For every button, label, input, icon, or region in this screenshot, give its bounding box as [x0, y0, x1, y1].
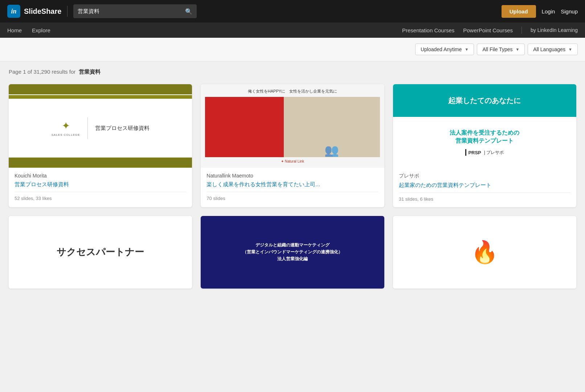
- results-summary: Page 1 of 31,290 results for 営業資料: [9, 69, 576, 75]
- card-1-thumbnail: ✦ SALES COLLEGE 営業プロセス研修資料: [9, 84, 192, 168]
- card-2[interactable]: 俺く女性をHAPPYに 女性を活かし企業を元気に 👥 ✦ Natural Lin…: [201, 84, 384, 207]
- card-3[interactable]: 起業したてのあなたに 法人案件を受注するための営業資料テンプレート PRSP |…: [393, 84, 576, 207]
- sales-college-text: SALES COLLEGE: [52, 133, 80, 136]
- nav-divider: [521, 26, 522, 34]
- card-2-title[interactable]: 楽しく成果を作れる女性営業を育てたい上司...: [206, 181, 378, 188]
- nav-powerpoint-courses[interactable]: PowerPoint Courses: [463, 24, 513, 37]
- nav-by-linkedin: by LinkedIn Learning: [531, 27, 578, 33]
- card-5-thumbnail: デジタルと組織の連動マーケティング（営業とインバウンドマーケティングの連携強化）…: [201, 216, 384, 289]
- card-1-title[interactable]: 営業プロセス研修資料: [15, 181, 186, 188]
- chevron-down-icon: ▼: [465, 47, 469, 52]
- card-3-author: プレサポ: [399, 173, 570, 179]
- thumb-3-bottom: 法人案件を受注するための営業資料テンプレート PRSP | プレサポ: [393, 117, 576, 168]
- chevron-down-icon: ▼: [568, 47, 572, 52]
- card-1-meta: 52 slides, 33 likes: [15, 196, 52, 201]
- thumb-2-scene: 👥: [284, 97, 380, 157]
- nav-presentation-courses[interactable]: Presentation Courses: [402, 24, 454, 37]
- card-3-thumbnail: 起業したてのあなたに 法人案件を受注するための営業資料テンプレート PRSP |…: [393, 84, 576, 168]
- card-3-title[interactable]: 起業家のための営業資料テンプレート: [399, 181, 570, 189]
- thumb-3-logos: PRSP | プレサポ: [465, 149, 504, 156]
- card-3-divider: [399, 192, 570, 193]
- people-icon: 👥: [324, 143, 339, 157]
- thumb-1-bottom-bar: [9, 158, 192, 168]
- card-2-divider: [206, 192, 378, 192]
- card-1-info: Kouichi Morita 営業プロセス研修資料 52 slides, 33 …: [9, 168, 192, 207]
- card-4[interactable]: サクセスパートナー: [9, 216, 192, 289]
- sales-college-logo: ✦ SALES COLLEGE: [52, 120, 80, 136]
- site-header: in SlideShare 🔍 Upload Login Signup: [0, 0, 585, 23]
- card-1[interactable]: ✦ SALES COLLEGE 営業プロセス研修資料 Kouichi Morit…: [9, 84, 192, 207]
- thumb-2-header-text: 俺く女性をHAPPYに 女性を活かし企業を元気に: [248, 89, 337, 94]
- card-4-thumbnail: サクセスパートナー: [9, 216, 192, 289]
- logo-area[interactable]: in SlideShare: [7, 5, 61, 18]
- uploaded-anytime-filter[interactable]: Uploaded Anytime ▼: [415, 44, 474, 55]
- card-6[interactable]: 🔥: [393, 216, 576, 289]
- nav-right: Presentation Courses PowerPoint Courses …: [402, 24, 578, 37]
- thumb-1: ✦ SALES COLLEGE 営業プロセス研修資料: [9, 84, 192, 168]
- star-icon: ✦: [62, 120, 70, 132]
- search-bar: 🔍: [73, 4, 197, 18]
- all-languages-filter[interactable]: All Languages ▼: [528, 44, 578, 55]
- thumb-divider: [87, 117, 88, 139]
- thumb-3: 起業したてのあなたに 法人案件を受注するための営業資料テンプレート PRSP |…: [393, 84, 576, 168]
- card-1-author: Kouichi Morita: [15, 173, 186, 179]
- bresapo-text: | プレサポ: [484, 150, 504, 156]
- filters-bar: Uploaded Anytime ▼ All File Types ▼ All …: [0, 38, 585, 61]
- login-link[interactable]: Login: [542, 8, 555, 15]
- thumb-1-title-text: 営業プロセス研修資料: [95, 125, 150, 132]
- flame-icon: 🔥: [471, 239, 498, 265]
- card-5[interactable]: デジタルと組織の連動マーケティング（営業とインバウンドマーケティングの連携強化）…: [201, 216, 384, 289]
- card-2-meta: 70 slides: [206, 196, 225, 201]
- all-file-types-filter[interactable]: All File Types ▼: [477, 44, 525, 55]
- card-6-thumbnail: 🔥: [393, 216, 576, 289]
- thumb-1-top-bar: [9, 84, 192, 94]
- upload-button[interactable]: Upload: [502, 5, 536, 18]
- thumb-1-mid-bar: [9, 95, 192, 99]
- main-content: Page 1 of 31,290 results for 営業資料 ✦ SALE…: [0, 61, 585, 392]
- main-nav: Home Explore Presentation Courses PowerP…: [0, 23, 585, 38]
- card-2-thumbnail: 俺く女性をHAPPYに 女性を活かし企業を元気に 👥 ✦ Natural Lin…: [201, 84, 384, 168]
- thumb-2-red-block: [205, 97, 284, 157]
- thumb-3-top: 起業したてのあなたに: [393, 84, 576, 117]
- card-3-meta: 31 slides, 6 likes: [399, 196, 433, 202]
- prsp-text: PRSP: [468, 150, 481, 155]
- nav-explore[interactable]: Explore: [32, 24, 50, 37]
- prsp-bar: [465, 149, 466, 156]
- chevron-down-icon: ▼: [515, 47, 519, 52]
- search-input[interactable]: [78, 8, 185, 15]
- card-3-info: プレサポ 起業家のための営業資料テンプレート 31 slides, 6 like…: [393, 168, 576, 207]
- thumb-2-image: 👥: [205, 97, 380, 157]
- nav-home[interactable]: Home: [7, 24, 22, 37]
- signup-link[interactable]: Signup: [561, 8, 578, 15]
- thumb-3-subtitle: 法人案件を受注するための営業資料テンプレート: [450, 129, 519, 145]
- header-divider: [67, 6, 68, 17]
- thumb-2-logo: ✦ Natural Link: [281, 159, 304, 163]
- card-2-info: Naturallink Maemoto 楽しく成果を作れる女性営業を育てたい上司…: [201, 168, 384, 207]
- card-2-author: Naturallink Maemoto: [206, 173, 378, 179]
- nav-left: Home Explore: [7, 24, 392, 37]
- thumb-2: 俺く女性をHAPPYに 女性を活かし企業を元気に 👥 ✦ Natural Lin…: [201, 84, 384, 168]
- thumb-1-content: ✦ SALES COLLEGE 営業プロセス研修資料: [9, 99, 192, 158]
- card-1-divider: [15, 192, 186, 192]
- search-icon[interactable]: 🔍: [185, 8, 192, 15]
- linkedin-icon: in: [7, 5, 20, 18]
- cards-grid: ✦ SALES COLLEGE 営業プロセス研修資料 Kouichi Morit…: [9, 84, 576, 289]
- prsp-logo: PRSP: [465, 149, 481, 156]
- site-name: SlideShare: [24, 7, 61, 16]
